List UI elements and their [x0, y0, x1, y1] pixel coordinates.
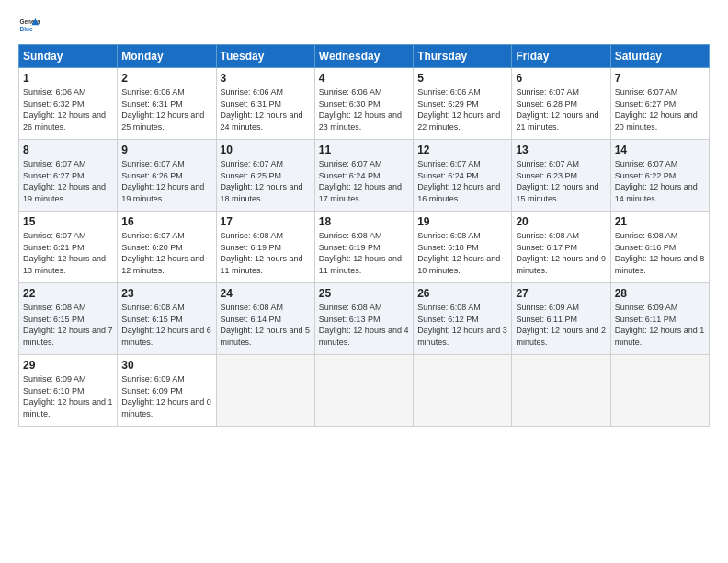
day-number: 15	[23, 215, 113, 228]
calendar: SundayMondayTuesdayWednesdayThursdayFrid…	[18, 44, 710, 427]
day-number: 12	[417, 144, 507, 156]
day-number: 4	[319, 72, 409, 85]
calendar-week-row: 8Sunrise: 6:07 AMSunset: 6:27 PMDaylight…	[19, 140, 710, 212]
day-info: Sunrise: 6:07 AMSunset: 6:27 PMDaylight:…	[23, 158, 113, 204]
calendar-day-cell: 4Sunrise: 6:06 AMSunset: 6:30 PMDaylight…	[314, 68, 413, 140]
day-number: 7	[615, 72, 705, 85]
calendar-day-cell: 30Sunrise: 6:09 AMSunset: 6:09 PMDayligh…	[118, 355, 216, 427]
day-info: Sunrise: 6:07 AMSunset: 6:21 PMDaylight:…	[23, 230, 113, 276]
day-info: Sunrise: 6:08 AMSunset: 6:19 PMDaylight:…	[221, 230, 311, 276]
calendar-day-cell: 27Sunrise: 6:09 AMSunset: 6:11 PMDayligh…	[512, 283, 610, 355]
day-info: Sunrise: 6:09 AMSunset: 6:10 PMDaylight:…	[23, 373, 113, 419]
calendar-day-cell: 21Sunrise: 6:08 AMSunset: 6:16 PMDayligh…	[610, 212, 709, 283]
day-number: 8	[23, 144, 113, 156]
calendar-day-header: Monday	[118, 45, 216, 68]
calendar-day-cell: 11Sunrise: 6:07 AMSunset: 6:24 PMDayligh…	[314, 140, 413, 212]
day-number: 11	[319, 144, 409, 156]
day-info: Sunrise: 6:06 AMSunset: 6:29 PMDaylight:…	[417, 86, 507, 132]
day-number: 13	[516, 144, 606, 156]
calendar-day-cell: 17Sunrise: 6:08 AMSunset: 6:19 PMDayligh…	[216, 212, 314, 283]
calendar-day-cell: 25Sunrise: 6:08 AMSunset: 6:13 PMDayligh…	[314, 283, 413, 355]
day-info: Sunrise: 6:08 AMSunset: 6:15 PMDaylight:…	[121, 302, 211, 348]
day-info: Sunrise: 6:07 AMSunset: 6:22 PMDaylight:…	[615, 158, 705, 204]
day-info: Sunrise: 6:07 AMSunset: 6:23 PMDaylight:…	[516, 158, 606, 204]
calendar-day-cell: 5Sunrise: 6:06 AMSunset: 6:29 PMDaylight…	[414, 68, 512, 140]
day-number: 3	[221, 72, 311, 85]
calendar-day-cell: 1Sunrise: 6:06 AMSunset: 6:32 PMDaylight…	[19, 68, 118, 140]
day-info: Sunrise: 6:06 AMSunset: 6:32 PMDaylight:…	[23, 86, 113, 132]
calendar-day-cell: 15Sunrise: 6:07 AMSunset: 6:21 PMDayligh…	[19, 212, 118, 283]
day-number: 27	[516, 287, 606, 300]
day-info: Sunrise: 6:08 AMSunset: 6:18 PMDaylight:…	[417, 230, 507, 276]
calendar-day-header: Wednesday	[314, 45, 413, 68]
day-number: 28	[615, 287, 705, 300]
page: General Blue SundayMondayTuesdayWednesda…	[0, 0, 728, 563]
day-info: Sunrise: 6:07 AMSunset: 6:27 PMDaylight:…	[615, 86, 705, 132]
day-info: Sunrise: 6:07 AMSunset: 6:26 PMDaylight:…	[121, 158, 211, 204]
day-info: Sunrise: 6:08 AMSunset: 6:17 PMDaylight:…	[516, 230, 606, 276]
day-info: Sunrise: 6:08 AMSunset: 6:15 PMDaylight:…	[23, 302, 113, 348]
day-info: Sunrise: 6:07 AMSunset: 6:24 PMDaylight:…	[417, 158, 507, 204]
day-number: 16	[121, 215, 211, 228]
day-number: 24	[221, 287, 311, 300]
calendar-day-cell: 24Sunrise: 6:08 AMSunset: 6:14 PMDayligh…	[216, 283, 314, 355]
day-info: Sunrise: 6:09 AMSunset: 6:11 PMDaylight:…	[615, 302, 705, 348]
calendar-day-cell: 7Sunrise: 6:07 AMSunset: 6:27 PMDaylight…	[610, 68, 709, 140]
calendar-day-cell: 10Sunrise: 6:07 AMSunset: 6:25 PMDayligh…	[216, 140, 314, 212]
calendar-day-cell: 19Sunrise: 6:08 AMSunset: 6:18 PMDayligh…	[414, 212, 512, 283]
calendar-day-cell: 23Sunrise: 6:08 AMSunset: 6:15 PMDayligh…	[118, 283, 216, 355]
day-info: Sunrise: 6:06 AMSunset: 6:30 PMDaylight:…	[319, 86, 409, 132]
calendar-day-header: Friday	[512, 45, 610, 68]
day-number: 23	[121, 287, 211, 300]
day-info: Sunrise: 6:07 AMSunset: 6:20 PMDaylight:…	[121, 230, 211, 276]
calendar-day-cell: 2Sunrise: 6:06 AMSunset: 6:31 PMDaylight…	[118, 68, 216, 140]
calendar-day-cell: 6Sunrise: 6:07 AMSunset: 6:28 PMDaylight…	[512, 68, 610, 140]
calendar-day-cell: 3Sunrise: 6:06 AMSunset: 6:31 PMDaylight…	[216, 68, 314, 140]
calendar-day-cell	[610, 355, 709, 427]
calendar-day-cell	[216, 355, 314, 427]
day-info: Sunrise: 6:08 AMSunset: 6:16 PMDaylight:…	[615, 230, 705, 276]
day-number: 21	[615, 215, 705, 228]
day-number: 26	[417, 287, 507, 300]
calendar-day-cell: 8Sunrise: 6:07 AMSunset: 6:27 PMDaylight…	[19, 140, 118, 212]
calendar-header-row: SundayMondayTuesdayWednesdayThursdayFrid…	[19, 45, 710, 68]
day-number: 29	[23, 359, 113, 372]
day-number: 14	[615, 144, 705, 156]
calendar-day-cell	[414, 355, 512, 427]
day-info: Sunrise: 6:07 AMSunset: 6:25 PMDaylight:…	[221, 158, 311, 204]
day-number: 9	[121, 144, 211, 156]
logo-icon: General Blue	[18, 15, 40, 37]
calendar-day-header: Thursday	[414, 45, 512, 68]
calendar-day-header: Saturday	[610, 45, 709, 68]
calendar-week-row: 15Sunrise: 6:07 AMSunset: 6:21 PMDayligh…	[19, 212, 710, 283]
day-number: 30	[121, 359, 211, 372]
calendar-day-cell: 29Sunrise: 6:09 AMSunset: 6:10 PMDayligh…	[19, 355, 118, 427]
day-number: 18	[319, 215, 409, 228]
calendar-day-cell: 14Sunrise: 6:07 AMSunset: 6:22 PMDayligh…	[610, 140, 709, 212]
calendar-day-cell: 12Sunrise: 6:07 AMSunset: 6:24 PMDayligh…	[414, 140, 512, 212]
day-info: Sunrise: 6:07 AMSunset: 6:28 PMDaylight:…	[516, 86, 606, 132]
calendar-day-cell: 26Sunrise: 6:08 AMSunset: 6:12 PMDayligh…	[414, 283, 512, 355]
day-info: Sunrise: 6:09 AMSunset: 6:11 PMDaylight:…	[516, 302, 606, 348]
day-info: Sunrise: 6:06 AMSunset: 6:31 PMDaylight:…	[121, 86, 211, 132]
calendar-day-cell	[512, 355, 610, 427]
svg-text:Blue: Blue	[20, 26, 33, 32]
day-info: Sunrise: 6:09 AMSunset: 6:09 PMDaylight:…	[121, 373, 211, 419]
calendar-day-cell	[314, 355, 413, 427]
calendar-week-row: 29Sunrise: 6:09 AMSunset: 6:10 PMDayligh…	[19, 355, 710, 427]
day-number: 1	[23, 72, 113, 85]
calendar-day-cell: 13Sunrise: 6:07 AMSunset: 6:23 PMDayligh…	[512, 140, 610, 212]
calendar-day-header: Tuesday	[216, 45, 314, 68]
day-info: Sunrise: 6:08 AMSunset: 6:13 PMDaylight:…	[319, 302, 409, 348]
day-info: Sunrise: 6:06 AMSunset: 6:31 PMDaylight:…	[221, 86, 311, 132]
day-number: 2	[121, 72, 211, 85]
day-number: 5	[417, 72, 507, 85]
calendar-day-cell: 16Sunrise: 6:07 AMSunset: 6:20 PMDayligh…	[118, 212, 216, 283]
day-number: 17	[221, 215, 311, 228]
calendar-day-cell: 20Sunrise: 6:08 AMSunset: 6:17 PMDayligh…	[512, 212, 610, 283]
calendar-week-row: 22Sunrise: 6:08 AMSunset: 6:15 PMDayligh…	[19, 283, 710, 355]
calendar-week-row: 1Sunrise: 6:06 AMSunset: 6:32 PMDaylight…	[19, 68, 710, 140]
day-number: 6	[516, 72, 606, 85]
day-number: 22	[23, 287, 113, 300]
calendar-day-cell: 18Sunrise: 6:08 AMSunset: 6:19 PMDayligh…	[314, 212, 413, 283]
